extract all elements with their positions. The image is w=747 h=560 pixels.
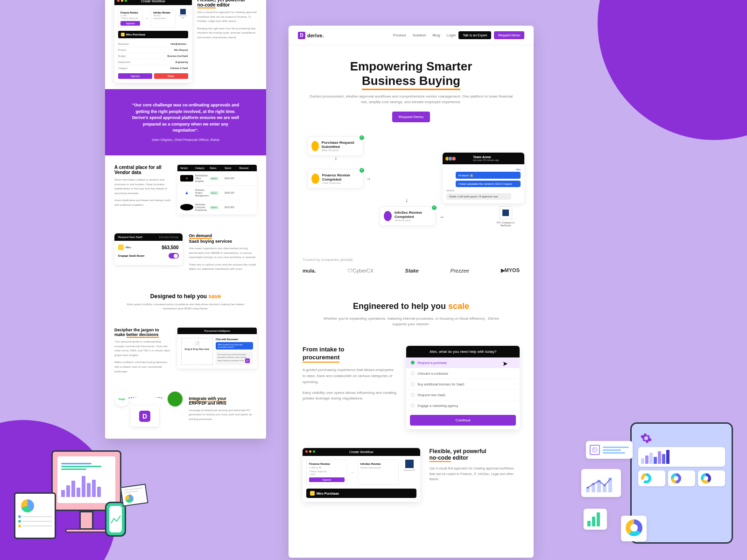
intake-title: From intake toprocurement — [303, 346, 397, 363]
avatar-icon — [384, 211, 392, 221]
chat-question: What should I know about the termination… — [216, 342, 253, 350]
trusted-section: Trusted by companies globally mula. 🛡Cyb… — [289, 248, 534, 283]
svg-point-7 — [587, 487, 589, 489]
designed-title: Designed to help you save — [124, 293, 247, 300]
intake-desc: Early visibility over spend allows influ… — [303, 390, 397, 402]
svg-point-11 — [609, 478, 611, 480]
hero-section: Empowering SmarterBusiness Buying Guided… — [289, 45, 534, 127]
gear-icon — [640, 432, 652, 446]
miro-icon — [118, 245, 124, 250]
logo-stake: Stake — [405, 268, 419, 273]
intake-panel-header: Alex, what do you need help with today? — [406, 346, 520, 357]
intake-option[interactable]: Onboard a contractor — [406, 368, 520, 379]
workflow-diagram: Purchase Request SubmittedMike Simpson ↓… — [289, 127, 534, 248]
svg-point-9 — [598, 480, 600, 482]
nav-product[interactable]: Product — [393, 33, 406, 37]
logo-mula: mula. — [303, 268, 316, 273]
table-row[interactable]: ▲Software, Project ManagementActive$180,… — [177, 186, 257, 200]
arrow-down-icon: ↓ — [405, 197, 408, 203]
decipher-section: Decipher the jargon tomake better decisi… — [105, 320, 266, 384]
donut-chart-icon — [626, 519, 642, 536]
chat-panel: Team Acmelast seen 30 minutes ago Alex H… — [443, 153, 524, 203]
line-chart-icon — [110, 514, 121, 525]
workflow-editor-card: Create Workflow Finance Review ⊘ 24h ⊕ 4… — [303, 448, 420, 502]
workflow-editor-card-small: Create Workflow Finance Review ⊘ 24h • P… — [114, 0, 192, 83]
nav-blog[interactable]: Blog — [433, 33, 440, 37]
file-drop-zone[interactable]: 📄 Drag & Drop files here — [181, 338, 213, 365]
brand-name: derive. — [307, 33, 324, 38]
combo-chart-icon — [585, 473, 618, 494]
tablet-illustration-right — [602, 422, 733, 553]
saas-section: Request New SaaSEstimated Savings Miro $… — [105, 224, 266, 284]
talk-expert-button[interactable]: Talk to an Expert — [458, 31, 491, 39]
netsuite-icon — [499, 206, 512, 219]
logo-prezzee: Prezzee — [451, 268, 469, 273]
table-row[interactable]: aMarketplace, Office SuppliesActive$420,… — [177, 171, 257, 186]
hero-title: Empowering SmarterBusiness Buying — [307, 59, 515, 88]
flexible-section: Create Workflow Finance Review ⊘ 24h ⊕ 4… — [289, 439, 534, 511]
request-demo-button[interactable]: Request Demo — [494, 31, 524, 39]
vendor-title: A central place for all Vendor data — [114, 165, 171, 175]
workflow-infosec-card: InfoSec Review CompletedJessica Lane — [380, 206, 436, 226]
nav-solution[interactable]: Solution — [413, 33, 426, 37]
saas-card: Request New SaaSEstimated Savings Miro $… — [114, 233, 183, 265]
vendor-table: VendorCategoryStatusSpendRenewal aMarket… — [177, 165, 257, 215]
po-created-card: PO Created in NetSuite — [492, 206, 520, 227]
workflow-finance-card: Finance Review CompletedYotta Unarmed — [307, 169, 363, 189]
image-icon — [590, 445, 600, 455]
logo-myos: ▶MYOS — [501, 267, 520, 273]
hero-cta-button[interactable]: Request Demo — [392, 112, 430, 122]
quote-author: John Clayton, Chief Financial Officer, R… — [131, 138, 240, 143]
quote-text: "Our core challenge was co-ordinating ap… — [131, 102, 240, 134]
flexible-desc: Use a visual first approach for creating… — [430, 466, 520, 482]
chat-message: I have uploaded the vendor's SOC II repo… — [456, 181, 521, 187]
arrow-down-icon: ↓ — [334, 155, 337, 161]
engage-toggle[interactable] — [169, 253, 179, 259]
landing-page-bottom-mockup: Create Workflow Finance Review ⊘ 24h • P… — [105, 0, 266, 439]
table-row[interactable]: Hardware, Computer PeripheralsActive$102… — [177, 200, 257, 215]
engineered-section: Engineered to help you scale Whether you… — [289, 283, 534, 336]
savings-amount: $63,500 — [162, 245, 178, 250]
bg-circle-top-right — [598, 0, 747, 140]
avatar-icon — [311, 174, 319, 184]
svg-point-1 — [593, 448, 594, 449]
logo-cybercx: 🛡CyberCX — [347, 268, 374, 273]
integrate-title: Integrate with yourERP/P2P and HRIS — [189, 396, 257, 406]
testimonial-section: "Our core challenge was co-ordinating ap… — [105, 89, 266, 155]
devices-illustration-left — [14, 441, 145, 553]
intake-desc: A guided purchasing experience that allo… — [303, 367, 397, 385]
intake-panel: Alex, what do you need help with today? … — [406, 346, 520, 429]
vendor-section: A central place for all Vendor data Stor… — [105, 155, 266, 224]
designed-section: Designed to help you save Early spend vi… — [105, 284, 266, 320]
intake-option[interactable]: Engage a marketing agency — [406, 400, 520, 411]
brand-logo[interactable]: D derive. — [298, 32, 324, 39]
check-icon — [359, 167, 365, 174]
saas-title: On demandSaaS buying services — [189, 233, 257, 244]
svg-point-8 — [592, 483, 594, 485]
continue-button[interactable]: Continue — [410, 415, 516, 426]
connector-line-icon — [127, 397, 165, 411]
cursor-icon: ➤ — [502, 360, 508, 367]
flexible-title: Flexible, yet powerfulno-code editor — [430, 448, 520, 462]
intake-option[interactable]: Request new SaaS — [406, 390, 520, 400]
check-icon — [359, 134, 365, 141]
chat-answer: The vendor may increase the price during… — [216, 351, 253, 365]
hero-subtitle: Guided procurement, intuitive approval w… — [307, 94, 515, 105]
landing-page-top-mockup: D derive. Product Solution Blog Login Ta… — [289, 26, 534, 558]
document-chat-panel: Procurement Intelligence 📄 Drag & Drop f… — [177, 328, 257, 369]
decipher-title: Decipher the jargon tomake better decisi… — [114, 328, 171, 337]
section-title: Engineered to help you scale — [317, 301, 506, 311]
chat-message: Great, it all looks good. I'll approve n… — [446, 193, 511, 200]
login-link[interactable]: Login — [447, 33, 456, 37]
section-subtitle: Whether you're expanding operations, mat… — [317, 316, 506, 327]
workflow-submit-card: Purchase Request SubmittedMike Simpson — [307, 136, 363, 156]
chat-message: Hi team! 👋 — [456, 172, 521, 179]
intake-option[interactable]: Buy additional licenses for SaaS — [406, 379, 520, 390]
intake-section: From intake toprocurement A guided purch… — [289, 336, 534, 439]
arrow-right-icon: → — [439, 214, 444, 220]
arrow-right-icon: → — [366, 175, 371, 182]
quickbooks-icon — [168, 392, 183, 406]
bars-icon — [587, 512, 603, 526]
logo-icon: D — [298, 32, 305, 39]
integrate-section: Sage D Integrate with yourERP/P2P and HR… — [105, 384, 266, 436]
